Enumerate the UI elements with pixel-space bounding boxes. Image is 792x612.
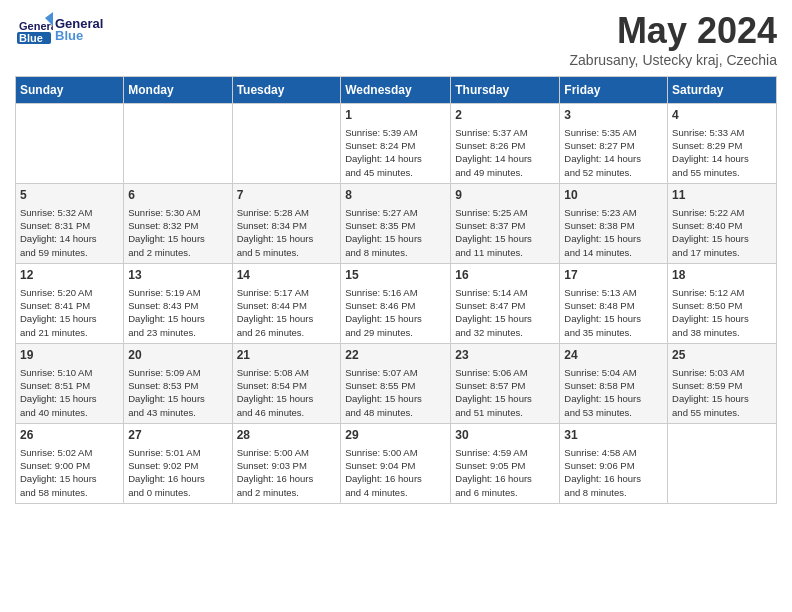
day-number: 3 — [564, 107, 663, 124]
day-info: Sunrise: 5:02 AM — [20, 446, 119, 459]
day-info: Sunrise: 4:59 AM — [455, 446, 555, 459]
day-number: 2 — [455, 107, 555, 124]
cell-w1-d2 — [124, 104, 232, 184]
title-block: May 2024 Zabrusany, Ustecky kraj, Czechi… — [570, 10, 777, 68]
cell-w5-d1: 26Sunrise: 5:02 AMSunset: 9:00 PMDayligh… — [16, 424, 124, 504]
week-row-2: 5Sunrise: 5:32 AMSunset: 8:31 PMDaylight… — [16, 184, 777, 264]
day-info: and 52 minutes. — [564, 166, 663, 179]
day-info: Sunrise: 5:20 AM — [20, 286, 119, 299]
day-info: Daylight: 15 hours — [128, 312, 227, 325]
week-row-3: 12Sunrise: 5:20 AMSunset: 8:41 PMDayligh… — [16, 264, 777, 344]
cell-w1-d7: 4Sunrise: 5:33 AMSunset: 8:29 PMDaylight… — [668, 104, 777, 184]
day-info: Sunset: 8:38 PM — [564, 219, 663, 232]
day-info: and 38 minutes. — [672, 326, 772, 339]
day-number: 25 — [672, 347, 772, 364]
day-info: and 11 minutes. — [455, 246, 555, 259]
cell-w1-d3 — [232, 104, 341, 184]
day-info: Daylight: 15 hours — [128, 392, 227, 405]
day-number: 31 — [564, 427, 663, 444]
day-number: 14 — [237, 267, 337, 284]
day-info: and 55 minutes. — [672, 166, 772, 179]
day-info: and 2 minutes. — [128, 246, 227, 259]
cell-w2-d2: 6Sunrise: 5:30 AMSunset: 8:32 PMDaylight… — [124, 184, 232, 264]
day-info: Sunset: 8:47 PM — [455, 299, 555, 312]
day-info: Daylight: 15 hours — [564, 232, 663, 245]
day-info: and 46 minutes. — [237, 406, 337, 419]
day-info: and 5 minutes. — [237, 246, 337, 259]
day-info: Sunset: 8:24 PM — [345, 139, 446, 152]
day-info: Sunset: 8:32 PM — [128, 219, 227, 232]
day-info: Daylight: 15 hours — [455, 392, 555, 405]
svg-text:General: General — [19, 20, 53, 32]
day-info: Sunrise: 5:28 AM — [237, 206, 337, 219]
day-info: and 51 minutes. — [455, 406, 555, 419]
day-info: Daylight: 14 hours — [345, 152, 446, 165]
day-info: Sunrise: 5:00 AM — [345, 446, 446, 459]
day-info: Sunset: 9:02 PM — [128, 459, 227, 472]
cell-w2-d7: 11Sunrise: 5:22 AMSunset: 8:40 PMDayligh… — [668, 184, 777, 264]
cell-w5-d5: 30Sunrise: 4:59 AMSunset: 9:05 PMDayligh… — [451, 424, 560, 504]
day-info: Sunrise: 5:35 AM — [564, 126, 663, 139]
day-number: 9 — [455, 187, 555, 204]
day-info: Daylight: 15 hours — [20, 312, 119, 325]
cell-w5-d4: 29Sunrise: 5:00 AMSunset: 9:04 PMDayligh… — [341, 424, 451, 504]
day-info: and 4 minutes. — [345, 486, 446, 499]
day-info: Daylight: 15 hours — [455, 312, 555, 325]
cell-w1-d5: 2Sunrise: 5:37 AMSunset: 8:26 PMDaylight… — [451, 104, 560, 184]
day-info: Sunrise: 5:12 AM — [672, 286, 772, 299]
day-number: 16 — [455, 267, 555, 284]
header-row: Sunday Monday Tuesday Wednesday Thursday… — [16, 77, 777, 104]
day-info: Sunset: 8:50 PM — [672, 299, 772, 312]
cell-w4-d3: 21Sunrise: 5:08 AMSunset: 8:54 PMDayligh… — [232, 344, 341, 424]
day-info: and 8 minutes. — [345, 246, 446, 259]
day-info: Sunrise: 5:01 AM — [128, 446, 227, 459]
day-info: Sunset: 8:59 PM — [672, 379, 772, 392]
calendar-table: Sunday Monday Tuesday Wednesday Thursday… — [15, 76, 777, 504]
week-row-1: 1Sunrise: 5:39 AMSunset: 8:24 PMDaylight… — [16, 104, 777, 184]
svg-text:Blue: Blue — [19, 32, 43, 44]
day-info: Sunrise: 5:25 AM — [455, 206, 555, 219]
day-info: Daylight: 15 hours — [20, 392, 119, 405]
day-number: 24 — [564, 347, 663, 364]
cell-w3-d2: 13Sunrise: 5:19 AMSunset: 8:43 PMDayligh… — [124, 264, 232, 344]
day-info: Sunrise: 5:39 AM — [345, 126, 446, 139]
day-info: Sunrise: 5:27 AM — [345, 206, 446, 219]
col-tuesday: Tuesday — [232, 77, 341, 104]
cell-w1-d1 — [16, 104, 124, 184]
day-info: and 32 minutes. — [455, 326, 555, 339]
day-info: Sunrise: 5:08 AM — [237, 366, 337, 379]
day-info: Daylight: 16 hours — [237, 472, 337, 485]
cell-w5-d2: 27Sunrise: 5:01 AMSunset: 9:02 PMDayligh… — [124, 424, 232, 504]
day-number: 15 — [345, 267, 446, 284]
day-info: Daylight: 14 hours — [20, 232, 119, 245]
cell-w4-d2: 20Sunrise: 5:09 AMSunset: 8:53 PMDayligh… — [124, 344, 232, 424]
day-info: and 53 minutes. — [564, 406, 663, 419]
day-info: Daylight: 15 hours — [128, 232, 227, 245]
col-sunday: Sunday — [16, 77, 124, 104]
logo: General Blue General Blue — [15, 10, 103, 48]
day-info: Sunset: 8:54 PM — [237, 379, 337, 392]
day-info: Sunrise: 5:10 AM — [20, 366, 119, 379]
day-info: Daylight: 15 hours — [564, 312, 663, 325]
week-row-4: 19Sunrise: 5:10 AMSunset: 8:51 PMDayligh… — [16, 344, 777, 424]
day-number: 27 — [128, 427, 227, 444]
day-info: Daylight: 16 hours — [455, 472, 555, 485]
day-number: 17 — [564, 267, 663, 284]
day-info: Daylight: 15 hours — [672, 232, 772, 245]
day-info: Sunset: 8:55 PM — [345, 379, 446, 392]
day-info: Sunset: 8:40 PM — [672, 219, 772, 232]
day-info: Sunset: 8:26 PM — [455, 139, 555, 152]
col-wednesday: Wednesday — [341, 77, 451, 104]
day-info: Daylight: 15 hours — [672, 392, 772, 405]
day-info: Daylight: 15 hours — [20, 472, 119, 485]
day-info: Sunset: 8:41 PM — [20, 299, 119, 312]
cell-w3-d6: 17Sunrise: 5:13 AMSunset: 8:48 PMDayligh… — [560, 264, 668, 344]
day-info: Daylight: 15 hours — [237, 392, 337, 405]
cell-w3-d7: 18Sunrise: 5:12 AMSunset: 8:50 PMDayligh… — [668, 264, 777, 344]
day-number: 23 — [455, 347, 555, 364]
day-info: Sunset: 8:58 PM — [564, 379, 663, 392]
day-info: Daylight: 16 hours — [345, 472, 446, 485]
day-info: Sunset: 8:57 PM — [455, 379, 555, 392]
day-info: Sunrise: 5:00 AM — [237, 446, 337, 459]
day-info: Sunset: 8:35 PM — [345, 219, 446, 232]
